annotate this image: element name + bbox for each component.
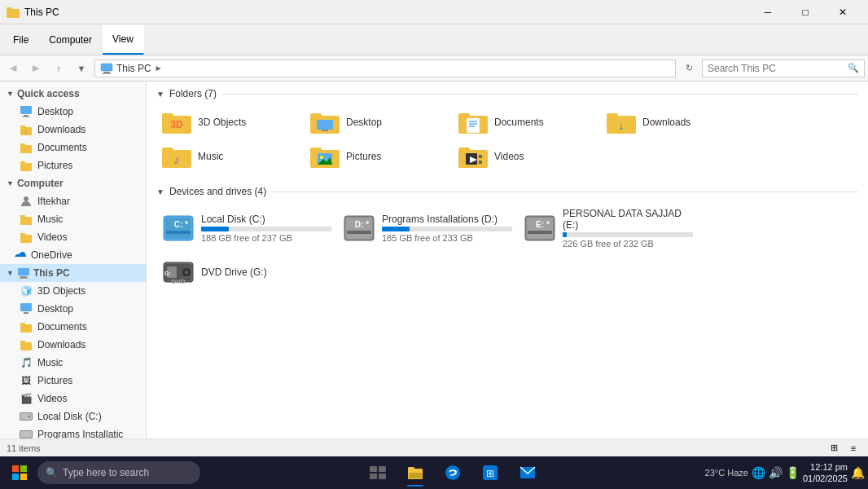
taskbar-clock[interactable]: 12:12 pm 01/02/2025	[803, 461, 848, 485]
large-icons-view-btn[interactable]: ⊞	[826, 441, 842, 456]
sidebar-item-music[interactable]: Music	[0, 210, 146, 228]
svg-rect-26	[20, 323, 25, 326]
downloads-icon: ↓	[20, 123, 33, 136]
sidebar-item-programs[interactable]: Programs Installatic	[0, 425, 146, 438]
drive-e[interactable]: E: PERSONAL DATA SAJJAD (E:) 226 GB free…	[518, 204, 697, 253]
folder-videos[interactable]: Videos	[453, 140, 599, 173]
drive-d-bar-bg	[382, 227, 512, 231]
hdd-e-svg: E:	[524, 214, 556, 242]
computer-label: Computer	[17, 178, 64, 189]
sidebar-item-downloads2[interactable]: Downloads	[0, 336, 146, 354]
drive-c[interactable]: C: Local Disk (C:) 188 GB free of 237 GB	[156, 204, 335, 253]
sidebar-item-pictures2[interactable]: 🖼 Pictures	[0, 372, 146, 390]
hdd-d-svg: D:	[343, 214, 375, 242]
svg-rect-58	[162, 148, 173, 154]
svg-rect-102	[408, 467, 414, 471]
folders-section-header: ▼ Folders (7)	[147, 82, 868, 103]
sidebar-label-onedrive: OneDrive	[31, 249, 72, 261]
tab-file[interactable]: File	[3, 24, 39, 55]
svg-rect-28	[20, 341, 25, 344]
sidebar-group-computer[interactable]: ▼ Computer	[0, 174, 146, 192]
svg-text:C:: C:	[174, 220, 183, 229]
sidebar-item-music2[interactable]: 🎵 Music	[0, 354, 146, 372]
edge-taskbar-btn[interactable]	[435, 456, 471, 489]
folder-downloads[interactable]: ↓ Downloads	[601, 106, 747, 139]
drive-d-name: Programs Installations (D:)	[382, 214, 512, 225]
store-taskbar-btn[interactable]: ⊞	[472, 456, 508, 489]
svg-rect-19	[20, 233, 25, 236]
drive-d[interactable]: D: Programs Installations (D:) 185 GB fr…	[337, 204, 516, 253]
sidebar-item-videos2[interactable]: 🎬 Videos	[0, 390, 146, 408]
sidebar-label-pictures: Pictures	[37, 160, 72, 171]
sidebar-label-localdisk: Local Disk (C:)	[37, 411, 102, 422]
sidebar-item-3dobjects[interactable]: 🧊 3D Objects	[0, 282, 146, 300]
sidebar-item-desktop[interactable]: Desktop	[0, 103, 146, 121]
folder-desktop[interactable]: Desktop	[305, 106, 451, 139]
folder-videos-name: Videos	[494, 151, 524, 162]
sidebar-item-documents2[interactable]: Documents	[0, 318, 146, 336]
folder-documents[interactable]: Documents	[453, 106, 599, 139]
drives-grid: C: Local Disk (C:) 188 GB free of 237 GB	[147, 200, 868, 298]
svg-rect-95	[12, 474, 19, 480]
drives-section-line	[271, 192, 858, 192]
forward-button[interactable]: ▶	[26, 59, 46, 78]
this-pc-icon	[100, 62, 113, 75]
address-path[interactable]: This PC ►	[94, 59, 676, 77]
sidebar-item-documents[interactable]: Documents	[0, 139, 146, 156]
taskbar-search[interactable]: 🔍 Type here to search	[37, 461, 200, 484]
explorer-taskbar-btn[interactable]	[397, 456, 433, 489]
svg-rect-3	[103, 72, 110, 73]
folder-pictures[interactable]: Pictures	[305, 140, 451, 173]
svg-point-31	[28, 416, 31, 418]
sidebar-item-iftekhar[interactable]: Iftekhar	[0, 192, 146, 210]
folder-music[interactable]: ♪ Music	[156, 140, 303, 173]
chevron-quickaccess: ▼	[7, 90, 14, 98]
svg-rect-5	[20, 106, 32, 114]
drive-e-info: PERSONAL DATA SAJJAD (E:) 226 GB free of…	[563, 208, 693, 249]
drive-g[interactable]: DVD G: DVD Drive (G:)	[156, 254, 335, 292]
sidebar-item-videos[interactable]: Videos	[0, 228, 146, 246]
folder-pictures-name: Pictures	[346, 151, 381, 162]
taskview-icon	[370, 466, 386, 479]
taskview-button[interactable]	[360, 456, 396, 489]
back-button[interactable]: ◀	[3, 59, 23, 78]
explorer-icon	[407, 465, 423, 480]
title-bar: This PC ─ □ ✕	[0, 0, 868, 24]
search-input[interactable]	[708, 63, 848, 74]
mail-taskbar-btn[interactable]	[510, 456, 546, 489]
maximize-button[interactable]: □	[787, 0, 824, 24]
folder-icon	[7, 6, 20, 19]
drive-c-name: Local Disk (C:)	[201, 214, 331, 225]
drives-collapse[interactable]: ▼	[156, 187, 164, 196]
folder-music-name: Music	[198, 151, 223, 162]
sidebar-item-downloads[interactable]: ↓ Downloads	[0, 121, 146, 139]
svg-rect-93	[12, 465, 19, 472]
start-button[interactable]	[3, 456, 36, 489]
sidebar-item-thispc[interactable]: ▼ This PC	[0, 264, 146, 282]
sidebar-item-onedrive[interactable]: OneDrive	[0, 246, 146, 264]
svg-rect-96	[20, 474, 27, 480]
drive-e-space: 226 GB free of 232 GB	[563, 239, 693, 249]
address-bar: ◀ ▶ ↑ ▼ This PC ► ↻ 🔍	[0, 55, 868, 82]
details-view-btn[interactable]: ≡	[845, 441, 861, 456]
search-box[interactable]: 🔍	[702, 59, 865, 77]
sidebar-item-desktop2[interactable]: Desktop	[0, 300, 146, 318]
folder-3dobjects[interactable]: 3D 3D Objects	[156, 106, 303, 139]
minimize-button[interactable]: ─	[749, 0, 787, 24]
sidebar-item-pictures[interactable]: Pictures	[0, 156, 146, 174]
folders-collapse[interactable]: ▼	[156, 90, 164, 99]
svg-rect-7	[22, 117, 30, 117]
downloads2-icon-sm	[20, 338, 33, 351]
tab-computer[interactable]: Computer	[39, 24, 103, 55]
svg-rect-12	[20, 143, 25, 147]
sidebar-group-quickaccess[interactable]: ▼ Quick access	[0, 85, 146, 103]
up-button[interactable]: ↑	[49, 59, 68, 78]
notification-icon[interactable]: 🔔	[851, 466, 865, 479]
refresh-button[interactable]: ↻	[679, 59, 699, 78]
sidebar-item-localdisk[interactable]: Local Disk (C:)	[0, 408, 146, 425]
sidebar-label-music2: Music	[37, 357, 63, 368]
sidebar-label-desktop: Desktop	[37, 106, 73, 117]
close-button[interactable]: ✕	[824, 0, 861, 24]
recent-locations-button[interactable]: ▼	[72, 59, 91, 78]
tab-view[interactable]: View	[103, 24, 144, 55]
